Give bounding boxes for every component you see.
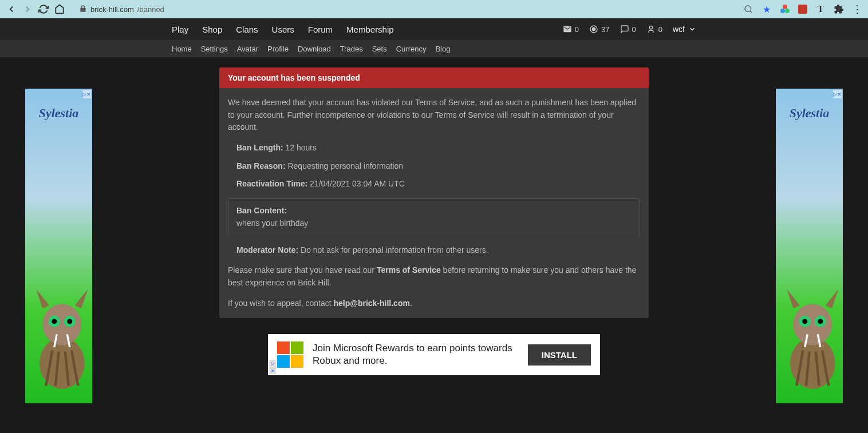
ban-content-label: Ban Content: bbox=[236, 205, 632, 217]
banner-ad[interactable]: ▷ ✕ Join Microsoft Rewards to earn point… bbox=[268, 334, 600, 375]
svg-point-2 bbox=[780, 9, 785, 13]
microsoft-logo-icon bbox=[277, 341, 303, 368]
nav-users[interactable]: Users bbox=[272, 25, 294, 34]
svg-point-5 bbox=[592, 27, 595, 30]
ban-length-label: Ban Length: bbox=[236, 143, 283, 152]
menu-icon[interactable]: ⋮ bbox=[852, 4, 862, 14]
svg-point-17 bbox=[802, 319, 807, 324]
moderator-note-value: Do not ask for personal information from… bbox=[298, 245, 488, 255]
chat-stat[interactable]: 0 bbox=[620, 25, 636, 34]
browser-toolbar: brick-hill.com/banned ★ T ⋮ bbox=[0, 0, 868, 18]
extension-t-icon[interactable]: T bbox=[815, 4, 826, 14]
banner-ad-text: Join Microsoft Rewards to earn points to… bbox=[313, 342, 519, 367]
top-navigation: Play Shop Clans Users Forum Membership 0… bbox=[0, 18, 868, 40]
ad-brand-text: Sylestia bbox=[779, 106, 840, 121]
bookmark-star-icon[interactable]: ★ bbox=[762, 4, 772, 14]
subnav-settings[interactable]: Settings bbox=[201, 45, 228, 53]
main-content: ▷✕ Sylestia ▷✕ Sylestia bbox=[0, 57, 868, 433]
ban-reason-row: Ban Reason: Requesting personal informat… bbox=[236, 160, 640, 173]
reactivation-label: Reactivation Time: bbox=[236, 179, 307, 188]
ad-sidebar-left[interactable]: ▷✕ Sylestia bbox=[25, 89, 92, 403]
moderator-note-row: Moderator Note: Do not ask for personal … bbox=[228, 244, 640, 257]
lock-icon bbox=[79, 5, 87, 14]
moderator-note-label: Moderator Note: bbox=[236, 245, 298, 255]
reactivation-row: Reactivation Time: 21/04/2021 03:04 AM U… bbox=[236, 178, 640, 190]
extension-red-icon[interactable] bbox=[798, 5, 807, 14]
username-label: wcf bbox=[673, 25, 685, 34]
svg-point-3 bbox=[785, 9, 790, 13]
currency-count: 37 bbox=[601, 25, 609, 34]
suspension-card: Your account has been suspended We have … bbox=[219, 67, 649, 318]
subnav-avatar[interactable]: Avatar bbox=[237, 45, 258, 53]
chevron-down-icon bbox=[688, 25, 696, 33]
search-icon[interactable] bbox=[743, 4, 753, 14]
home-button[interactable] bbox=[54, 3, 65, 15]
svg-point-6 bbox=[649, 26, 652, 29]
forward-button[interactable] bbox=[22, 3, 33, 15]
url-domain: brick-hill.com bbox=[90, 5, 134, 14]
user-icon bbox=[646, 25, 656, 34]
svg-point-8 bbox=[43, 304, 82, 345]
reload-button[interactable] bbox=[38, 3, 49, 15]
ad-info-icon[interactable]: ▷ bbox=[269, 360, 276, 367]
tos-paragraph: Please make sure that you have read our … bbox=[228, 264, 640, 289]
friends-count: 0 bbox=[658, 25, 662, 34]
subnav-currency[interactable]: Currency bbox=[396, 45, 427, 53]
ban-length-value: 12 hours bbox=[283, 143, 317, 152]
chat-count: 0 bbox=[632, 25, 636, 34]
intro-text: We have deemed that your account has vio… bbox=[228, 97, 640, 134]
url-path: /banned bbox=[137, 5, 164, 14]
nav-play[interactable]: Play bbox=[172, 25, 188, 34]
ad-marker-icon[interactable]: ▷✕ bbox=[82, 90, 91, 98]
appeal-text-after: . bbox=[410, 299, 412, 308]
address-bar[interactable]: brick-hill.com/banned bbox=[74, 3, 739, 15]
ban-content-box: Ban Content: whens your birthday bbox=[228, 198, 640, 236]
subnav-download[interactable]: Download bbox=[298, 45, 331, 53]
appeal-paragraph: If you wish to appeal, contact help@bric… bbox=[228, 297, 640, 310]
mail-icon bbox=[563, 25, 572, 34]
ad-creature-image bbox=[780, 286, 845, 389]
user-menu[interactable]: wcf bbox=[673, 25, 696, 34]
ban-reason-value: Requesting personal information bbox=[286, 161, 403, 170]
nav-clans[interactable]: Clans bbox=[236, 25, 258, 34]
svg-point-1 bbox=[783, 5, 787, 9]
svg-point-14 bbox=[794, 304, 833, 345]
card-title: Your account has been suspended bbox=[219, 67, 649, 88]
subnav-trades[interactable]: Trades bbox=[340, 45, 363, 53]
ad-sidebar-right[interactable]: ▷✕ Sylestia bbox=[776, 89, 843, 403]
subnav-sets[interactable]: Sets bbox=[372, 45, 387, 53]
friends-stat[interactable]: 0 bbox=[646, 25, 662, 34]
ad-brand-text: Sylestia bbox=[28, 106, 89, 121]
coin-icon bbox=[589, 25, 598, 34]
ad-close-icon[interactable]: ✕ bbox=[269, 367, 276, 374]
ad-marker-icon[interactable]: ▷✕ bbox=[833, 90, 842, 98]
messages-stat[interactable]: 0 bbox=[563, 25, 579, 34]
install-button[interactable]: INSTALL bbox=[528, 344, 591, 366]
extension-color-icon[interactable] bbox=[780, 4, 790, 14]
subnav-home[interactable]: Home bbox=[172, 45, 192, 53]
svg-point-12 bbox=[67, 319, 72, 324]
extensions-icon[interactable] bbox=[834, 4, 844, 14]
svg-point-0 bbox=[745, 6, 751, 12]
tos-link[interactable]: Terms of Service bbox=[377, 265, 441, 275]
messages-count: 0 bbox=[575, 25, 579, 34]
appeal-text-before: If you wish to appeal, contact bbox=[228, 299, 333, 308]
reactivation-value: 21/04/2021 03:04 AM UTC bbox=[307, 179, 405, 188]
nav-shop[interactable]: Shop bbox=[202, 25, 222, 34]
svg-point-11 bbox=[52, 319, 57, 324]
subnav-blog[interactable]: Blog bbox=[435, 45, 450, 53]
ban-reason-label: Ban Reason: bbox=[236, 161, 286, 170]
currency-stat[interactable]: 37 bbox=[589, 25, 609, 34]
ban-content-value: whens your birthday bbox=[236, 217, 632, 230]
chat-icon bbox=[620, 25, 629, 34]
subnav-profile[interactable]: Profile bbox=[267, 45, 289, 53]
ban-length-row: Ban Length: 12 hours bbox=[236, 142, 640, 154]
nav-membership[interactable]: Membership bbox=[346, 25, 394, 34]
ad-creature-image bbox=[30, 286, 94, 389]
back-button[interactable] bbox=[6, 3, 17, 15]
sub-navigation: Home Settings Avatar Profile Download Tr… bbox=[0, 40, 868, 57]
nav-forum[interactable]: Forum bbox=[308, 25, 333, 34]
appeal-email[interactable]: help@brick-hill.com bbox=[333, 299, 409, 308]
tos-text-before: Please make sure that you have read our bbox=[228, 265, 377, 275]
svg-point-18 bbox=[818, 319, 823, 324]
